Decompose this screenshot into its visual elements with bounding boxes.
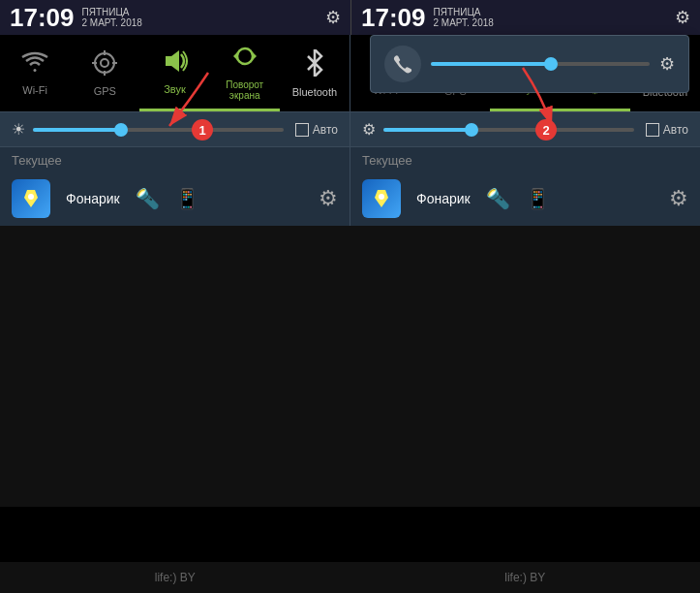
current-label-right: Текущее [350,147,700,172]
status-bar-right: 17:09 ПЯТНИЦА 2 МАРТ. 2018 ⚙ [350,0,700,35]
apps-row-right: Фонарик 🔦 📱 ⚙ [350,172,700,226]
auto-brightness-left[interactable]: Авто [295,123,338,137]
carrier-label-left: life:) BY [155,571,196,584]
settings-icon-left[interactable]: ⚙ [325,7,341,28]
brightness-thumb-right [465,123,478,137]
phone-icon-right: 📱 [526,187,550,210]
main-body [0,226,700,507]
status-bar-left: 17:09 ПЯТНИЦА 2 МАРТ. 2018 ⚙ [0,0,350,35]
auto-label-left: Авто [313,123,338,137]
annotation-badge-2: 2 [535,119,557,140]
flashlight-action-left: 🔦 [136,187,160,210]
auto-brightness-right[interactable]: Авто [646,123,688,137]
apps-row-left: Фонарик 🔦 📱 ⚙ [0,172,350,226]
settings-app-icon-right[interactable]: ⚙ [669,186,688,211]
annotation-badge-1: 1 [192,119,213,140]
bluetooth-label-left: Bluetooth [292,86,337,98]
qs-bluetooth-left[interactable]: Bluetooth [280,35,350,111]
wifi-icon-left [21,51,48,80]
brightness-icon-left: ☀ [12,120,25,139]
auto-checkbox-box-left[interactable] [295,123,309,137]
annotation-arrow-1 [140,63,237,140]
current-label-left: Текущее [0,147,350,172]
flashlight-action-right: 🔦 [486,187,510,210]
call-icon [384,46,421,82]
bottom-bar: life:) BY life:) BY [0,562,700,593]
svg-point-21 [379,194,384,200]
time-left: 17:09 [10,3,75,33]
svg-point-1 [101,59,108,67]
flashlight-label-right: Фонарик [416,191,471,206]
svg-point-0 [95,53,114,73]
gps-label-left: GPS [94,85,116,97]
flashlight-app-icon-left[interactable] [12,179,50,218]
brightness-fill-left [33,128,121,132]
brightness-fill-right [383,128,472,132]
brightness-icon-right: ⚙ [362,120,376,139]
auto-checkbox-box-right[interactable] [646,123,659,137]
qs-gps-left[interactable]: GPS [70,35,139,111]
date-right: ПЯТНИЦА 2 МАРТ. 2018 [434,7,494,28]
qs-wifi-left[interactable]: Wi-Fi [0,35,70,111]
carrier-label-right: life:) BY [504,571,545,584]
settings-icon-right[interactable]: ⚙ [675,7,690,28]
brightness-thumb-left [114,123,128,137]
wifi-label-left: Wi-Fi [22,84,47,96]
svg-point-10 [28,194,34,200]
bluetooth-icon-left [303,49,326,82]
phone-icon-left: 📱 [175,187,199,210]
time-right: 17:09 [361,3,426,33]
volume-settings-icon[interactable]: ⚙ [659,53,675,75]
flashlight-app-icon-right[interactable] [362,179,401,218]
svg-marker-8 [233,52,237,60]
settings-app-icon-left[interactable]: ⚙ [319,186,338,211]
auto-label-right: Авто [663,123,688,137]
gps-icon-left [92,50,117,81]
date-left: ПЯТНИЦА 2 МАРТ. 2018 [82,7,142,28]
flashlight-label-left: Фонарик [66,191,120,206]
